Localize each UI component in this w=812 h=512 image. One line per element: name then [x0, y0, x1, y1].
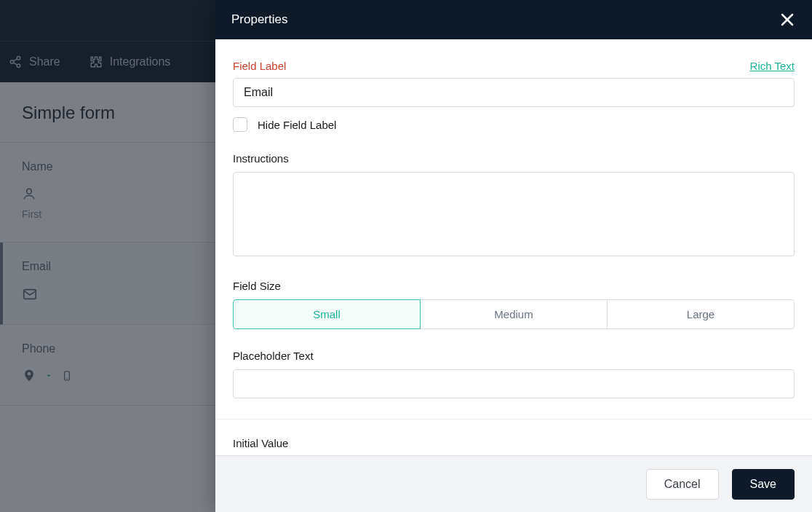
cancel-button[interactable]: Cancel: [646, 469, 719, 500]
panel-footer: Cancel Save: [215, 455, 812, 512]
placeholder-input[interactable]: [233, 369, 795, 398]
size-small[interactable]: Small: [233, 299, 421, 329]
save-button[interactable]: Save: [732, 469, 795, 500]
rich-text-link[interactable]: Rich Text: [750, 60, 795, 72]
field-size-label: Field Size: [233, 280, 795, 292]
field-label-heading: Field Label: [233, 60, 286, 72]
initial-value-label: Initial Value: [233, 437, 795, 449]
placeholder-label: Placeholder Text: [233, 350, 795, 362]
field-label-input[interactable]: [233, 78, 795, 107]
field-size-group: Small Medium Large: [233, 299, 795, 329]
panel-title: Properties: [231, 12, 287, 27]
panel-header: Properties: [215, 0, 812, 39]
panel-body: Field Label Rich Text Hide Field Label I…: [215, 39, 812, 455]
hide-label-checkbox[interactable]: [233, 117, 247, 132]
properties-panel: Properties Field Label Rich Text Hide Fi…: [215, 0, 812, 512]
close-icon[interactable]: [779, 11, 796, 28]
hide-label-text: Hide Field Label: [258, 119, 336, 131]
size-medium[interactable]: Medium: [420, 299, 608, 329]
size-large[interactable]: Large: [607, 299, 795, 329]
instructions-label: Instructions: [233, 152, 795, 165]
instructions-input[interactable]: [233, 172, 795, 256]
